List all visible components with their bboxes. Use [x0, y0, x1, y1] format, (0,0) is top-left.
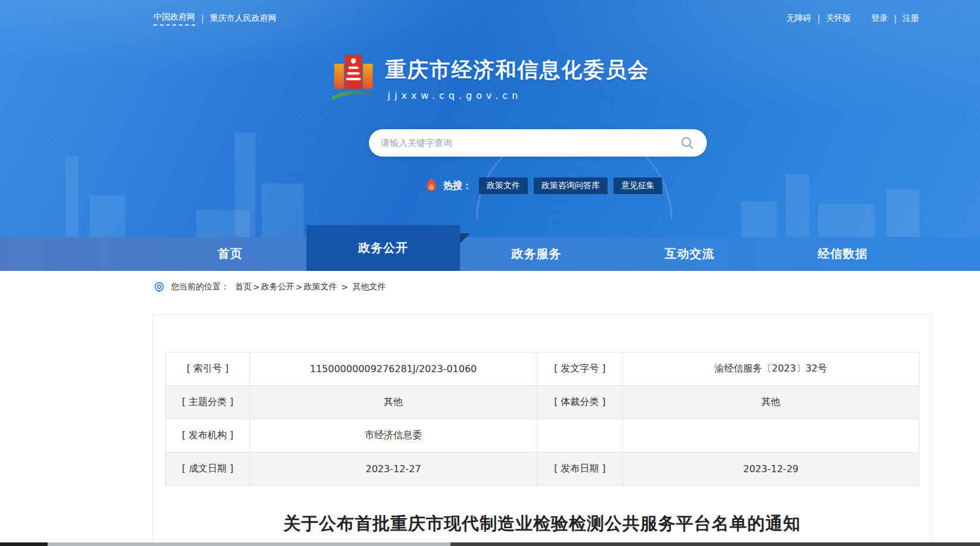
meta-value-written-date: 2023-12-27 — [250, 453, 537, 486]
scrollbar-left-button[interactable] — [0, 542, 48, 546]
meta-label-empty — [537, 419, 623, 453]
breadcrumb-separator: > — [296, 282, 303, 292]
table-row: [ 索引号 ] 11500000009276281J/2023-01060 [ … — [166, 352, 919, 386]
nav-item-gov-services[interactable]: 政务服务 — [460, 237, 613, 271]
topbar-separator: | — [201, 14, 204, 23]
topbar-left-links: 中国政府网 | 重庆市人民政府网 — [154, 12, 277, 26]
meta-label-publish-date: [ 发布日期 ] — [537, 453, 623, 486]
meta-value-subject-category: 其他 — [250, 386, 537, 419]
search-input[interactable] — [381, 138, 680, 148]
doc-meta-table: [ 索引号 ] 11500000009276281J/2023-01060 [ … — [165, 352, 919, 486]
meta-value-genre-category: 其他 — [623, 386, 919, 419]
link-accessibility[interactable]: 无障碍 — [787, 13, 812, 24]
hot-search-btn-policy-qa[interactable]: 政策咨询问答库 — [534, 177, 608, 194]
site-url: jjxxw.cq.gov.cn — [388, 90, 650, 101]
meta-value-index-no: 11500000009276281J/2023-01060 — [250, 352, 537, 386]
meta-value-doc-no: 渝经信服务〔2023〕32号 — [623, 352, 919, 386]
site-header: 中国政府网 | 重庆市人民政府网 无障碍 | 关怀版 登录 | 注册 — [0, 0, 980, 271]
breadcrumb-other-files[interactable]: 其他文件 — [352, 282, 386, 292]
link-care-version[interactable]: 关怀版 — [826, 13, 851, 24]
hot-search-btn-policy-files[interactable]: 政策文件 — [479, 177, 528, 194]
breadcrumb-prefix: 您当前的位置： — [171, 282, 229, 292]
meta-label-genre-category: [ 体裁分类 ] — [537, 386, 623, 419]
breadcrumb-separator: > — [341, 282, 348, 292]
nav-item-gov-disclosure[interactable]: 政务公开 — [306, 225, 459, 271]
nav-item-interaction[interactable]: 互动交流 — [613, 237, 766, 271]
meta-value-issuing-agency: 市经济信息委 — [250, 419, 537, 453]
meta-label-written-date: [ 成文日期 ] — [166, 453, 250, 486]
breadcrumb-policy-files[interactable]: 政策文件 — [303, 282, 337, 292]
site-brand: 重庆市经济和信息化委员会 jjxxw.cq.gov.cn — [0, 51, 980, 104]
document-title: 关于公布首批重庆市现代制造业检验检测公共服务平台名单的通知 — [165, 512, 919, 536]
meta-label-index-no: [ 索引号 ] — [166, 352, 250, 386]
search-icon[interactable] — [680, 135, 695, 151]
link-login[interactable]: 登录 — [871, 13, 888, 24]
meta-value-publish-date: 2023-12-29 — [623, 453, 919, 486]
table-row: [ 发布机构 ] 市经济信息委 — [166, 419, 919, 453]
document-card: [ 索引号 ] 11500000009276281J/2023-01060 [ … — [152, 314, 932, 546]
nav-item-label: 政务公开 — [358, 240, 408, 256]
breadcrumb: 您当前的位置： 首页 > 政务公开 > 政策文件 > 其他文件 — [154, 280, 980, 294]
meta-label-subject-category: [ 主题分类 ] — [166, 386, 250, 419]
main-nav: 首页 政务公开 政务服务 互动交流 经信数据 — [0, 237, 980, 271]
meta-value-empty — [623, 419, 919, 453]
topbar-separator: | — [894, 14, 897, 23]
nav-item-home[interactable]: 首页 — [154, 237, 306, 271]
site-logo-icon — [331, 51, 376, 104]
link-cq-gov[interactable]: 重庆市人民政府网 — [210, 13, 277, 24]
table-row: [ 主题分类 ] 其他 [ 体裁分类 ] 其他 — [166, 386, 919, 419]
site-title: 重庆市经济和信息化委员会 — [386, 56, 650, 84]
hot-search: 热搜： 政策文件 政策咨询问答库 意见征集 — [425, 177, 662, 194]
topbar-right-links: 无障碍 | 关怀版 登录 | 注册 — [787, 13, 919, 24]
link-gov-cn[interactable]: 中国政府网 — [154, 12, 195, 26]
breadcrumb-separator: > — [253, 282, 260, 292]
table-row: [ 成文日期 ] 2023-12-27 [ 发布日期 ] 2023-12-29 — [166, 453, 919, 486]
topbar: 中国政府网 | 重庆市人民政府网 无障碍 | 关怀版 登录 | 注册 — [0, 0, 980, 37]
nav-item-economic-data[interactable]: 经信数据 — [766, 237, 919, 271]
location-pin-icon — [154, 282, 165, 293]
scrollbar-thumb[interactable] — [48, 542, 450, 546]
breadcrumb-home[interactable]: 首页 — [235, 282, 252, 292]
hot-search-label: 热搜： — [443, 180, 472, 192]
flame-icon — [425, 177, 437, 194]
topbar-separator: | — [818, 14, 821, 23]
hot-search-btn-opinion[interactable]: 意见征集 — [613, 177, 662, 194]
horizontal-scrollbar[interactable] — [0, 542, 980, 546]
link-register[interactable]: 注册 — [903, 13, 919, 24]
breadcrumb-gov-disclosure[interactable]: 政务公开 — [261, 282, 295, 292]
meta-label-issuing-agency: [ 发布机构 ] — [166, 419, 250, 453]
search-bar — [369, 129, 707, 157]
meta-label-doc-no: [ 发文字号 ] — [537, 352, 623, 386]
